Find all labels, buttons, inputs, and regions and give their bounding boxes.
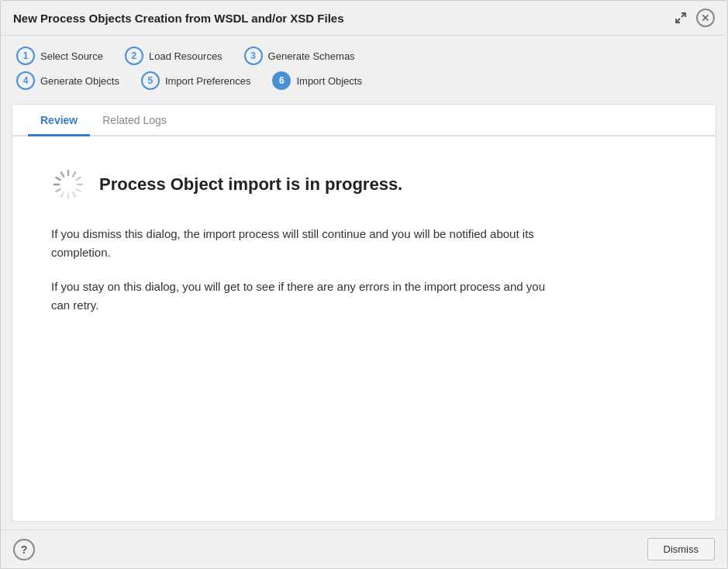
step-2: 2 Load Resources — [125, 47, 223, 65]
progress-title: Process Object import is in progress. — [99, 174, 402, 195]
step-2-circle: 2 — [125, 47, 143, 65]
main-dialog: New Process Objects Creation from WSDL a… — [0, 0, 728, 569]
progress-header: Process Object import is in progress. — [51, 167, 677, 202]
dismiss-button[interactable]: Dismiss — [647, 538, 716, 560]
step-1-circle: 1 — [16, 47, 35, 65]
step-6-circle: 6 — [272, 71, 291, 90]
steps-area: 1 Select Source 2 Load Resources 3 Gener… — [1, 36, 727, 104]
step-4-circle: 4 — [16, 71, 35, 90]
dialog-title: New Process Objects Creation from WSDL a… — [13, 12, 344, 25]
step-5-label: Import Preferences — [165, 75, 251, 87]
expand-button[interactable] — [671, 9, 690, 27]
info-paragraph-1: If you dismiss this dialog, the import p… — [51, 225, 555, 262]
step-5: 5 Import Preferences — [141, 71, 251, 90]
close-button[interactable]: ✕ — [696, 9, 715, 27]
help-button[interactable]: ? — [13, 539, 35, 560]
tab-content: Process Object import is in progress. If… — [12, 136, 716, 521]
steps-row-2: 4 Generate Objects 5 Import Preferences … — [16, 71, 712, 90]
step-3: 3 Generate Schemas — [244, 47, 355, 65]
step-3-circle: 3 — [244, 47, 263, 65]
info-paragraph-2: If you stay on this dialog, you will get… — [51, 278, 555, 315]
svg-line-7 — [73, 192, 75, 196]
svg-line-9 — [61, 192, 64, 196]
tabs-bar: Review Related Logs — [12, 105, 716, 136]
step-4: 4 Generate Objects — [16, 71, 119, 90]
svg-line-13 — [61, 172, 64, 176]
svg-line-3 — [73, 172, 75, 176]
footer: ? Dismiss — [1, 529, 727, 568]
svg-line-6 — [76, 189, 80, 191]
svg-line-10 — [56, 189, 60, 191]
step-6-label: Import Objects — [296, 75, 362, 87]
step-1-label: Select Source — [40, 50, 103, 62]
svg-line-12 — [56, 178, 60, 180]
steps-row-1: 1 Select Source 2 Load Resources 3 Gener… — [16, 47, 712, 65]
main-content-area: Review Related Logs — [12, 104, 716, 522]
title-bar: New Process Objects Creation from WSDL a… — [1, 1, 727, 36]
svg-line-4 — [76, 178, 80, 180]
loading-spinner — [51, 167, 85, 202]
tab-review[interactable]: Review — [28, 105, 90, 136]
step-5-circle: 5 — [141, 71, 160, 90]
step-4-label: Generate Objects — [40, 75, 119, 87]
step-3-label: Generate Schemas — [268, 50, 355, 62]
title-actions: ✕ — [671, 9, 715, 27]
tab-related-logs[interactable]: Related Logs — [90, 105, 179, 136]
step-1: 1 Select Source — [16, 47, 103, 65]
step-6: 6 Import Objects — [272, 71, 362, 90]
step-2-label: Load Resources — [149, 50, 223, 62]
